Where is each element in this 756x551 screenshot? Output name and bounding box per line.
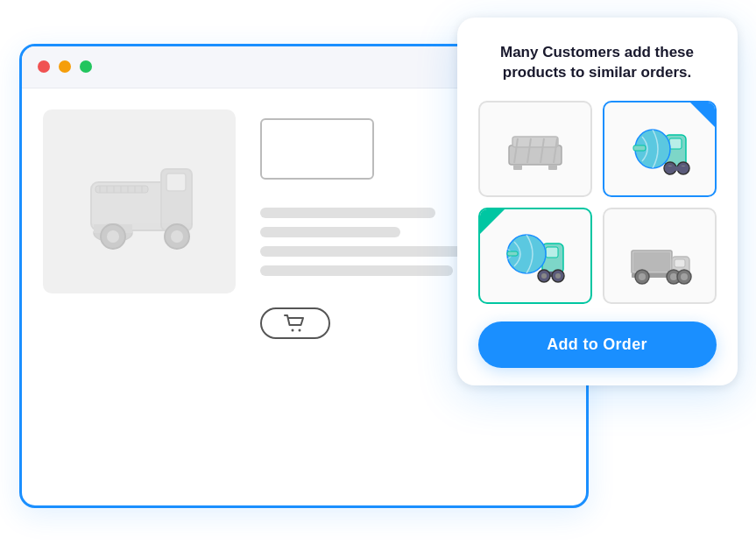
svg-point-53 [670, 273, 677, 280]
minimize-dot[interactable] [59, 60, 71, 73]
product-image-box [43, 109, 236, 293]
svg-rect-26 [548, 165, 557, 170]
close-dot[interactable] [38, 60, 50, 73]
product-card-barrier[interactable] [478, 101, 592, 197]
svg-point-6 [107, 230, 119, 243]
svg-rect-47 [675, 259, 685, 267]
products-grid [478, 101, 717, 304]
svg-point-51 [639, 273, 646, 280]
scene: Many Customers add these products to sim… [19, 18, 738, 534]
svg-rect-35 [665, 166, 688, 171]
svg-rect-2 [166, 173, 186, 191]
selected-corner-blue [690, 102, 715, 127]
svg-rect-28 [669, 138, 682, 149]
product-card-cement-truck[interactable] [478, 208, 592, 304]
add-to-order-button[interactable]: Add to Order [478, 321, 717, 368]
product-truck-illustration [65, 138, 214, 265]
svg-point-17 [291, 328, 293, 331]
maximize-dot[interactable] [80, 60, 92, 73]
selected-corner-teal [480, 209, 505, 234]
svg-rect-30 [633, 145, 646, 151]
svg-rect-9 [95, 186, 148, 193]
svg-point-55 [681, 273, 688, 280]
svg-rect-39 [507, 251, 518, 256]
svg-rect-20 [512, 137, 558, 147]
detail-line-3 [260, 246, 470, 257]
popup-title: Many Customers add these products to sim… [478, 42, 717, 84]
detail-line-2 [260, 227, 400, 237]
product-card-cement-mixer[interactable] [603, 101, 717, 197]
product-detail-box [260, 118, 374, 180]
svg-point-44 [555, 273, 561, 279]
svg-point-8 [171, 230, 183, 243]
svg-rect-25 [513, 165, 522, 170]
product-card-dump-truck[interactable] [603, 208, 717, 304]
detail-line-1 [260, 208, 435, 218]
cart-button[interactable] [260, 307, 330, 339]
detail-line-4 [260, 265, 453, 276]
svg-rect-48 [633, 252, 670, 272]
svg-point-18 [298, 328, 300, 331]
svg-point-42 [541, 273, 547, 279]
popup-card: Many Customers add these products to sim… [457, 18, 738, 385]
svg-rect-37 [546, 247, 558, 258]
